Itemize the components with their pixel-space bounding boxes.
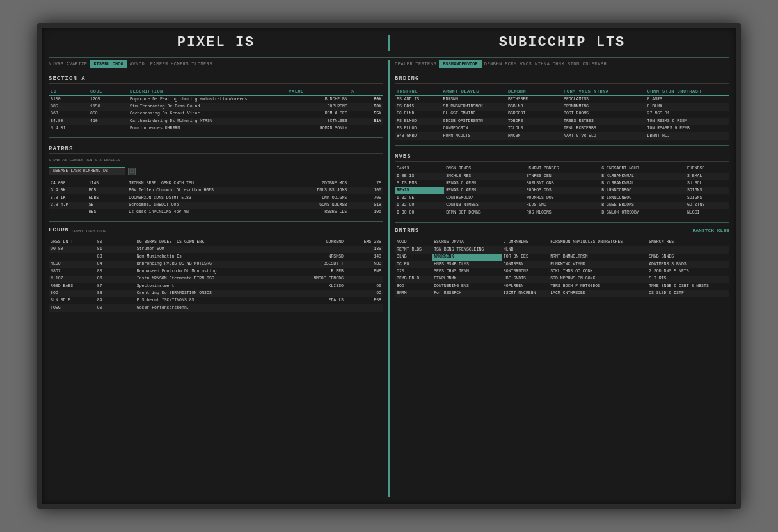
title-bar: PIXEL IS SUBICCHIP LTS — [49, 35, 729, 51]
row-val1: DNK ODIGNS — [286, 194, 349, 201]
section2-checkbox[interactable]: □ — [128, 168, 136, 175]
row-val2: BNB — [345, 268, 383, 275]
table-row: I 8B.IS SNCHLE RBS STNRES DEN B XLRBANKN… — [395, 173, 729, 180]
row-chnm: TNGE BNGB 9 DSBT 5 NBSTS — [647, 283, 729, 290]
row-code: B65 — [87, 187, 127, 194]
row-id: B85 — [49, 103, 88, 110]
row-code — [88, 125, 128, 132]
row-val1: EDALLS — [283, 297, 345, 304]
row-id: BLN BD E — [49, 297, 95, 304]
row-id: FS BD15 — [395, 103, 441, 110]
row-val1: POPURCNS — [287, 103, 349, 110]
row-denbhn: TCLOLS — [506, 125, 562, 132]
left-search-box[interactable]: KISSBL CHOO — [90, 60, 127, 68]
row-val2: 7E — [349, 180, 383, 187]
row-id: N 4.01 — [49, 125, 88, 132]
row-amnnt: BTNRLBNMK — [432, 276, 502, 283]
row-fcrm: B LRNNCONBOO — [599, 194, 685, 201]
row-chnm: OS SLBD 9 DSTF — [647, 290, 729, 297]
row-desc: Spectominstment — [135, 283, 283, 290]
row-denbhn: HNCBN — [506, 132, 562, 139]
col-header-chnm: CHNM STDN CNUFRASH — [646, 88, 729, 96]
table-row: RGSD BABS 87 Spectominstment KLISSO 90 — [49, 283, 383, 290]
row-desc: Cachepraming Ds Genout Vibor — [128, 111, 287, 118]
row-fcrm: B XLRBANKNMAL — [599, 180, 685, 187]
divider-1 — [49, 137, 383, 138]
row-val1: BCTNLSES — [287, 118, 349, 125]
row-val1: NRSMSD — [283, 253, 345, 260]
row-code: 83 — [95, 253, 135, 260]
row-val2: 51% — [349, 118, 383, 125]
row-code: EDBS — [87, 194, 127, 201]
table-row: B68 850 Cachepraming Ds Genout Vibor REM… — [49, 111, 383, 118]
row-fcrm: SCKL THNS OO CONM — [548, 268, 647, 275]
left-title: PIXEL IS — [49, 35, 383, 51]
row-denbhn: NOPLREBN — [502, 283, 548, 290]
row-id: REPNT RLBS — [395, 246, 432, 253]
table-row: BNRM For RESERCH ISCMT NNCREBN LACM CNTH… — [395, 290, 729, 297]
row-id: D0 80 — [49, 246, 95, 253]
table-row: FS ELMOD GDDSB OFSTDRSNTN TOBORE TRSBS R… — [395, 118, 729, 125]
left-hcmprs-label: HCMPRS — [171, 61, 189, 66]
right-section2-label: NVBS — [395, 153, 729, 162]
row-chnm: S BMAL — [685, 173, 729, 180]
row-val1: DNLS BS JOMS — [286, 187, 349, 194]
table-row: G 9.0K B65 BGV Tellen Chummin Dtresrtion… — [49, 187, 383, 194]
table-row: B4.80 410 Carchemindering Ds Mchering XT… — [49, 118, 383, 125]
row-denbhn: ROS MLOONS — [525, 209, 600, 216]
row-id: I 32.OO — [395, 202, 444, 209]
table-row: N8O7 85 Rnnbaseed Fontroim Dt Montmsting… — [49, 268, 383, 275]
left-table-3: GRES DN T 80 DG BSRKS DALEET DS GOWN ENK… — [49, 239, 383, 311]
row-fcrm: B GNSE BROOMS — [599, 202, 685, 209]
table-row: B4B GNBD FOMN MCOLTS HNCBN NAMT GTVR ELD… — [395, 132, 729, 139]
right-table-3: NOOD BSCRNS DNVTA C OMRNHLHE FORSMBON NN… — [395, 239, 729, 298]
row-id: 3.8 4.P — [49, 202, 87, 209]
table-row: FS BD15 SR RNSNERMINSNCK BSBLMO PROMBNMI… — [395, 103, 729, 110]
row-amnnt: TSN BSNS TRENSCLEING — [432, 246, 502, 253]
row-amnnt: CONTNB NTMBES — [444, 202, 525, 209]
right-dealer-label: DEALER — [395, 61, 413, 66]
row-chnm: 8 BLMA — [646, 103, 729, 110]
table-row: FS AND IS RNRSNM BETHSBER PROCLAMINS 8 A… — [395, 96, 729, 104]
row-amnnt: RNRSNM — [441, 96, 507, 104]
table-row: 83 Ndm Muminchatin Ds NRSMSD 148 — [49, 253, 383, 260]
row-desc: Scroimnel SNBDCT 906 — [127, 202, 285, 209]
row-val1: NMSOE EBNCDG — [283, 276, 345, 283]
row-val2 — [349, 125, 383, 132]
section3-header-row: LGURN FLWMT TRSM PHRG — [49, 227, 383, 235]
row-chnm: EHENBSS — [685, 166, 729, 173]
row-denbhn: HSNRNT BBNBES — [525, 166, 600, 173]
row-fcrm: TRNL RCBTERBS — [562, 125, 646, 132]
row-val1: RSBRS LDS — [286, 209, 349, 216]
row-val2: 13S — [345, 246, 383, 253]
row-fcrm: NRMT BNMNCLTRSN — [548, 254, 647, 261]
row-id: GRES DN T — [49, 239, 95, 246]
row-fcrm: FORSMBON NNMINCLES DNTRSTCHES — [548, 239, 647, 246]
table-row: I 32.OO CONTNB NTMBES HLDS GND B GNSE BR… — [395, 202, 729, 209]
right-title: SUBICCHIP LTS — [395, 35, 729, 51]
row-val2: NBB — [345, 261, 383, 268]
row-fcrm: NAMT GTVR ELD — [562, 132, 646, 139]
left-tlcmprs-label: TLCMPRS — [191, 61, 212, 66]
row-val2: 106 — [349, 209, 383, 216]
row-amnnt: GDDSB OFSTDRSNTN — [441, 118, 507, 125]
row-id: BLNB — [395, 254, 432, 261]
row-code: 85 — [95, 268, 135, 275]
table-row: D20 SEES CHNS TRNM SONTBRNCNS SCKL THNS … — [395, 268, 729, 275]
row-val1: GONS NJLMSB — [286, 202, 349, 209]
col-header-amnnt: AMNNT DEAVES — [441, 88, 507, 96]
right-search-box[interactable]: BSSMANDENVOOR — [439, 60, 482, 68]
row-desc: Popscode De Fearing choring aminstration… — [128, 96, 287, 104]
row-fcrm: PROCLAMINS — [562, 96, 646, 104]
row-chnm: ADNTMENS S BNDS — [647, 261, 729, 268]
row-chnm: SOIGNS — [685, 194, 729, 201]
section2-search[interactable]: NBEASE LASR RLNREND DB — [49, 167, 125, 175]
row-val2: 80% — [349, 96, 383, 104]
row-denbhn: BSBLMO — [506, 103, 562, 110]
row-chnm: 2 SOD NNS 5 NRTS — [647, 268, 729, 275]
center-divider — [388, 60, 390, 497]
table-row: I 30.OO BFMN DOT DOMNS ROS MLOONS B SNLO… — [395, 209, 729, 216]
row-id: D20 — [395, 268, 432, 275]
row-denbhn: RODHOS DDS — [525, 187, 600, 194]
row-code: 88 — [95, 290, 135, 297]
